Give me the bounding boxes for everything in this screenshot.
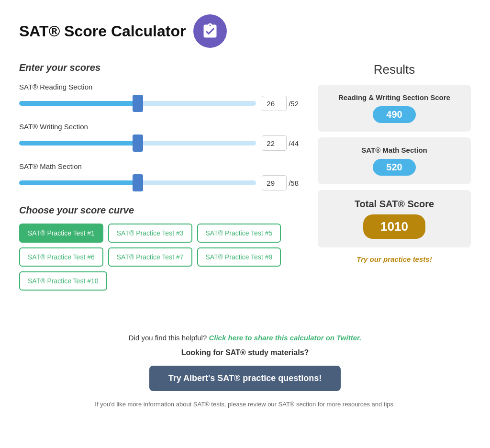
enter-scores-heading: Enter your scores [19, 62, 299, 73]
calculator-icon [193, 14, 227, 48]
reading-score-input[interactable] [262, 96, 287, 111]
math-score-input[interactable] [262, 175, 287, 190]
curve-buttons: SAT® Practice Test #1 SAT® Practice Test… [19, 224, 299, 291]
writing-slider[interactable] [19, 141, 256, 146]
math-section: SAT® Math Section /58 [19, 162, 299, 190]
math-card-title: SAT® Math Section [327, 146, 461, 154]
writing-slider-row: /44 [19, 135, 299, 151]
page-title: SAT® Score Calculator [19, 22, 186, 40]
curve-btn-7[interactable]: SAT® Practice Test #7 [108, 247, 192, 267]
main-layout: Enter your scores SAT® Reading Section /… [19, 62, 471, 300]
writing-label: SAT® Writing Section [19, 123, 299, 131]
math-label: SAT® Math Section [19, 162, 299, 170]
curve-btn-10[interactable]: SAT® Practice Test #10 [19, 271, 107, 291]
helpful-static: Did you find this helpful? [129, 334, 207, 342]
math-slider-wrapper [19, 175, 256, 190]
curve-btn-3[interactable]: SAT® Practice Test #3 [108, 224, 192, 243]
footer-section: Did you find this helpful? Click here to… [19, 324, 471, 408]
total-result-card: Total SAT® Score 1010 [318, 190, 471, 247]
curve-heading: Choose your score curve [19, 205, 299, 216]
left-panel: Enter your scores SAT® Reading Section /… [19, 62, 299, 300]
curve-btn-9[interactable]: SAT® Practice Test #9 [197, 247, 281, 267]
reading-section: SAT® Reading Section /52 [19, 83, 299, 111]
total-score-badge: 1010 [363, 214, 425, 239]
reading-max: /52 [289, 100, 299, 108]
math-slider[interactable] [19, 180, 256, 185]
total-card-title: Total SAT® Score [327, 199, 461, 210]
rw-result-card: Reading & Writing Section Score 490 [318, 85, 471, 132]
right-panel: Results Reading & Writing Section Score … [318, 62, 471, 300]
study-materials-text: Looking for SAT® study materials? [19, 348, 471, 357]
math-max: /58 [289, 179, 299, 187]
rw-card-title: Reading & Writing Section Score [327, 93, 461, 101]
curve-btn-6[interactable]: SAT® Practice Test #6 [19, 247, 103, 267]
rw-score-badge: 490 [373, 106, 415, 123]
math-slider-row: /58 [19, 175, 299, 190]
reading-slider-wrapper [19, 96, 256, 111]
reading-score-group: /52 [262, 96, 299, 111]
math-score-badge: 520 [373, 159, 415, 176]
reading-label: SAT® Reading Section [19, 83, 299, 91]
page-header: SAT® Score Calculator [19, 14, 471, 48]
math-result-card: SAT® Math Section 520 [318, 137, 471, 184]
helpful-text: Did you find this helpful? Click here to… [19, 334, 471, 342]
writing-slider-wrapper [19, 135, 256, 151]
writing-max: /44 [289, 139, 299, 147]
writing-section: SAT® Writing Section /44 [19, 123, 299, 151]
writing-score-input[interactable] [262, 135, 287, 151]
albert-button[interactable]: Try Albert's SAT® practice questions! [149, 366, 341, 391]
writing-score-group: /44 [262, 135, 299, 151]
results-title: Results [318, 62, 471, 77]
twitter-link[interactable]: Click here to share this calculator on T… [209, 334, 361, 342]
practice-link[interactable]: Try our practice tests! [356, 255, 432, 263]
reading-slider-row: /52 [19, 96, 299, 111]
clipboard-icon [201, 22, 219, 40]
curve-btn-1[interactable]: SAT® Practice Test #1 [19, 224, 103, 243]
math-score-group: /58 [262, 175, 299, 190]
curve-btn-5[interactable]: SAT® Practice Test #5 [197, 224, 281, 243]
reading-slider[interactable] [19, 101, 256, 106]
try-practice-section: Try our practice tests! [318, 255, 471, 264]
footer-note: If you'd like more information about SAT… [19, 401, 471, 408]
